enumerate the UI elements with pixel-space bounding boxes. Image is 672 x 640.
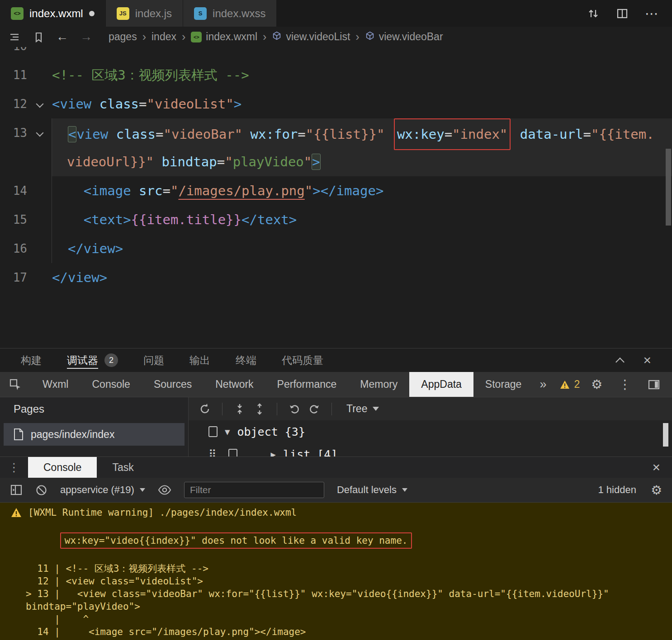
devtools-overflow-icon[interactable]: »: [533, 372, 553, 397]
bookmark-icon[interactable]: [30, 31, 47, 43]
panel-tab-调试器[interactable]: 调试器2: [54, 348, 131, 372]
breadcrumb-item-view-videoBar[interactable]: view.videoBar: [365, 31, 443, 43]
editor-tab-bar: <>index.wxmlJSindex.jsSindex.wxss ⋯: [0, 0, 672, 27]
devtools-tab-performance[interactable]: Performance: [265, 372, 349, 397]
inspect-element-icon[interactable]: [0, 372, 31, 397]
more-actions-icon[interactable]: ⋯: [645, 7, 658, 20]
log-levels-dropdown[interactable]: Default levels: [337, 484, 407, 496]
outline-icon[interactable]: [5, 31, 24, 43]
code-token: data-url: [520, 127, 583, 142]
devtools-tab-network[interactable]: Network: [203, 372, 265, 397]
breadcrumb-item-index-wxml[interactable]: <>index.wxml: [191, 31, 257, 43]
pages-list-item-selected[interactable]: pages/index/index: [4, 423, 185, 446]
tree-expander[interactable]: ▼: [225, 427, 230, 437]
redo-icon[interactable]: [308, 403, 321, 415]
code-token: [52, 127, 68, 142]
devtools-tab-wxml[interactable]: Wxml: [31, 372, 80, 397]
devtools-tab-storage[interactable]: Storage: [473, 372, 534, 397]
hidden-messages-label: 1 hidden: [598, 484, 636, 496]
editor-gutter: 14: [0, 176, 52, 205]
line-number: 13: [0, 118, 27, 147]
code-line-11[interactable]: 11<!-- 区域3：视频列表样式 -->: [0, 61, 672, 89]
code-token: "index": [452, 127, 507, 142]
symbol-icon: [272, 31, 282, 43]
panel-tab-label: 问题: [143, 348, 164, 372]
code-line-17[interactable]: 17</view>: [0, 263, 672, 292]
code-line-14[interactable]: 14 <image src="/images/play.png"></image…: [0, 176, 672, 205]
editor-gutter: 16: [0, 234, 52, 263]
devtools-menu-icon[interactable]: ⋮: [619, 377, 631, 392]
devtools-settings-icon[interactable]: ⚙: [591, 377, 602, 392]
console-sidebar-icon[interactable]: [10, 484, 23, 496]
warning-count[interactable]: 2: [553, 372, 587, 397]
wxml-file-icon: <>: [11, 7, 24, 20]
tree-scrollbar[interactable]: [663, 423, 668, 447]
dock-side-icon[interactable]: [648, 378, 660, 391]
breadcrumb-item-pages[interactable]: pages: [109, 31, 137, 43]
devtools-tab-appdata[interactable]: AppData: [409, 372, 473, 397]
fold-chevron-icon[interactable]: [27, 89, 52, 118]
panel-tab-构建[interactable]: 构建: [8, 348, 54, 372]
code-line-12[interactable]: 12<view class="videoList">: [0, 89, 672, 118]
close-console-icon[interactable]: ×: [652, 457, 672, 478]
editor-tab-index-wxml[interactable]: <>index.wxml: [0, 0, 106, 27]
console-filter-input[interactable]: [184, 482, 324, 498]
code-token: "videoList": [147, 96, 234, 112]
panel-tab-代码质量[interactable]: 代码质量: [269, 348, 336, 372]
code-token: =: [445, 127, 452, 142]
devtools-tab-memory[interactable]: Memory: [348, 372, 409, 397]
code-token: class: [116, 127, 156, 142]
panel-tab-strip: 构建调试器2问题输出终端代码质量 ×: [0, 348, 672, 372]
node-icon[interactable]: [208, 426, 218, 437]
tab-console[interactable]: Console: [28, 457, 97, 478]
source-control-compare-icon[interactable]: [587, 7, 600, 20]
breadcrumb-item-view-videoList[interactable]: view.videoList: [272, 31, 350, 43]
fold-spacer: [27, 234, 52, 263]
execution-context-selector[interactable]: appservice (#19): [60, 484, 145, 496]
code-line-13[interactable]: 13 <view class="videoBar" wx:for="{{list…: [0, 118, 672, 176]
devtools-tab-console[interactable]: Console: [80, 372, 142, 397]
navigate-forward-icon[interactable]: →: [77, 30, 95, 44]
tab-task[interactable]: Task: [97, 457, 149, 478]
panel-tab-label: 构建: [21, 348, 42, 372]
image-path-link[interactable]: /images/play.png: [178, 183, 304, 198]
code-token: <text>: [84, 212, 131, 227]
navigate-back-icon[interactable]: ←: [53, 30, 71, 44]
tree-row[interactable]: ▼object {3}: [189, 420, 672, 443]
code-line-15[interactable]: 15 <text>{{item.title}}</text>: [0, 205, 672, 234]
undo-icon[interactable]: [288, 403, 301, 415]
code-line-16[interactable]: 16 </view>: [0, 234, 672, 263]
editor-scrollbar[interactable]: [666, 149, 671, 226]
close-panel-icon[interactable]: ×: [643, 353, 651, 368]
grid-icon[interactable]: ⠿: [208, 448, 217, 456]
devtools-tab-sources[interactable]: Sources: [142, 372, 203, 397]
code-row: videoUrl}}" bindtap="playVideo">: [52, 147, 672, 176]
breadcrumb-item-index[interactable]: index: [151, 31, 176, 43]
refresh-icon[interactable]: [199, 403, 211, 415]
tree-row[interactable]: ⠿▶list [4]: [189, 443, 672, 456]
editor-tab-index-js[interactable]: JSindex.js: [106, 0, 183, 27]
tree-mode-dropdown[interactable]: Tree: [346, 403, 379, 415]
collapse-all-icon[interactable]: [253, 403, 266, 415]
panel-tab-终端[interactable]: 终端: [223, 348, 269, 372]
tree-expander[interactable]: ▶: [271, 449, 276, 456]
code-line-10[interactable]: 10: [0, 47, 672, 61]
editor-tab-index-wxss[interactable]: Sindex.wxss: [183, 0, 277, 27]
clear-console-icon[interactable]: [35, 484, 47, 496]
console-settings-icon[interactable]: ⚙: [651, 483, 662, 498]
node-icon[interactable]: [228, 449, 237, 456]
code-token: <view: [52, 96, 91, 112]
panel-tab-输出[interactable]: 输出: [177, 348, 223, 372]
console-menu-icon[interactable]: ⋮: [0, 457, 28, 478]
panel-tab-问题[interactable]: 问题: [131, 348, 177, 372]
fold-chevron-icon[interactable]: [27, 118, 52, 147]
code-editor[interactable]: 1011<!-- 区域3：视频列表样式 -->12<view class="vi…: [0, 47, 672, 348]
tree-node-label[interactable]: list [4]: [283, 448, 337, 457]
code-token: "{{list}}": [306, 127, 385, 142]
expand-all-icon[interactable]: [233, 403, 246, 415]
collapse-panel-icon[interactable]: [617, 355, 623, 365]
eye-icon[interactable]: [158, 485, 171, 495]
console-tab-label: Console: [43, 461, 81, 474]
tree-node-label[interactable]: object {3}: [237, 425, 305, 438]
split-editor-icon[interactable]: [616, 7, 629, 20]
